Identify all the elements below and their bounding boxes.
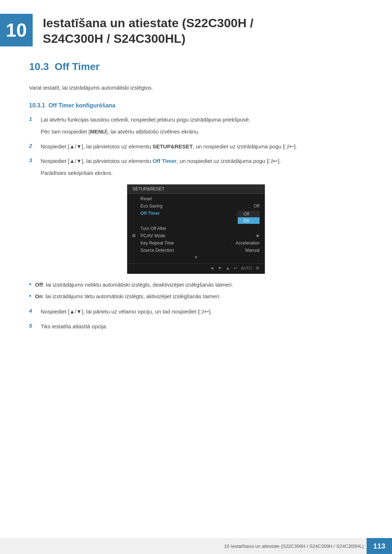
step-2-content: Nospiediet [▲/▼], lai pārvietotos uz ele… [41, 142, 363, 151]
menu-row-key-repeat: Key Repeat Time : Acceleration [127, 239, 265, 247]
section-number: 10.3 [29, 61, 49, 73]
step-4-number: 4 [29, 308, 36, 314]
step-3-number: 3 [29, 157, 36, 163]
nav-btn-enter: ↩ [234, 266, 237, 271]
menu-items-list: Reset Eco Saving : Off Off Timer : Off O… [127, 194, 265, 262]
menu-row-scroll-indicator: ▼ [127, 254, 265, 260]
bullet-list: • Off: lai izstrādājums netiktu automāti… [29, 280, 363, 301]
nav-btn-up: ▲ [226, 266, 230, 271]
step-2: 2 Nospiediet [▲/▼], lai pārvietotos uz e… [29, 142, 363, 151]
step-4: 4 Nospiediet [▲/▼], lai pārietu uz vēlam… [29, 307, 363, 316]
page-footer: 10 Iestatīšana un atiestate (S22C300H / … [0, 538, 392, 554]
nav-btn-left: ◄ [210, 266, 214, 271]
menu-row-source-detection: Source Detection : Manual [127, 247, 265, 254]
menu-screenshot: SETUP&RESET Reset Eco Saving : Off Off T… [127, 184, 265, 274]
step-5-content: Tiks iestatīta atlasītā opcija. [41, 322, 363, 331]
step-3: 3 Nospiediet [▲/▼], lai pārvietotos uz e… [29, 157, 363, 178]
chapter-heading: Iestatīšana un atiestate (S22C300H / S24… [43, 15, 253, 46]
dropdown-option-on: On [238, 217, 260, 224]
page-header: 10 Iestatīšana un atiestate (S22C300H / … [0, 0, 392, 57]
step-2-number: 2 [29, 143, 36, 149]
footer-page-number: 113 [367, 538, 392, 554]
dropdown-option-off: Off [238, 211, 260, 217]
step-1: 1 Lai atvērtu funkcijas taustiņu ceļvedi… [29, 115, 363, 136]
step-5: 5 Tiks iestatīta atlasītā opcija. [29, 322, 363, 331]
step-4-content: Nospiediet [▲/▼], lai pārietu uz vēlamo … [41, 307, 363, 316]
intro-text: Varat iestatīt, lai izstrādājums automāt… [29, 83, 363, 92]
gear-icon: ⚙ [132, 233, 136, 238]
subsection-title: Off Timer konfigurēšana [48, 102, 115, 108]
menu-title-bar: SETUP&RESET [127, 185, 265, 194]
steps-list: 1 Lai atvērtu funkcijas taustiņu ceļvedi… [29, 115, 363, 178]
bullet-item-off: • Off: lai izstrādājums netiktu automāti… [29, 280, 363, 289]
step-5-number: 5 [29, 323, 36, 329]
bullet-item-on: • On: lai izstrādājums tiktu automātiski… [29, 292, 363, 301]
chapter-number-block: 10 [0, 14, 33, 46]
off-timer-dropdown: Off On [238, 211, 260, 224]
subsection-number: 10.3.1 [29, 102, 45, 108]
chapter-number: 10 [6, 21, 27, 40]
nav-btn-down: ▼ [218, 266, 222, 271]
nav-btn-auto: AUTO [241, 266, 252, 270]
step-1-number: 1 [29, 116, 36, 122]
footer-text: 10 Iestatīšana un atiestate (S22C300H / … [0, 543, 367, 549]
section-title: Off Timer [55, 61, 100, 73]
step-1-content: Lai atvērtu funkcijas taustiņu ceļvedi, … [41, 115, 363, 136]
step-3-content: Nospiediet [▲/▼], lai pārvietotos uz ele… [41, 157, 363, 178]
menu-row-off-timer: Off Timer : Off On [127, 210, 265, 225]
section-heading: 10.3 Off Timer [29, 61, 363, 75]
main-content: 10.3 Off Timer Varat iestatīt, lai izstr… [0, 57, 392, 358]
chapter-title: Iestatīšana un atiestate (S22C300H / S24… [33, 14, 253, 46]
menu-row-reset: Reset [127, 195, 265, 202]
nav-btn-settings: ⚙ [256, 266, 260, 271]
menu-row-pcav-mode: ⚙ PC/AV Mode ▶ [127, 232, 265, 239]
menu-row-turn-off-after: Turn Off After [127, 225, 265, 232]
menu-row-eco-saving: Eco Saving : Off [127, 202, 265, 210]
subsection-heading: 10.3.1 Off Timer konfigurēšana [29, 102, 363, 109]
menu-bottom-bar: ◄ ▼ ▲ ↩ AUTO ⚙ [127, 263, 265, 271]
